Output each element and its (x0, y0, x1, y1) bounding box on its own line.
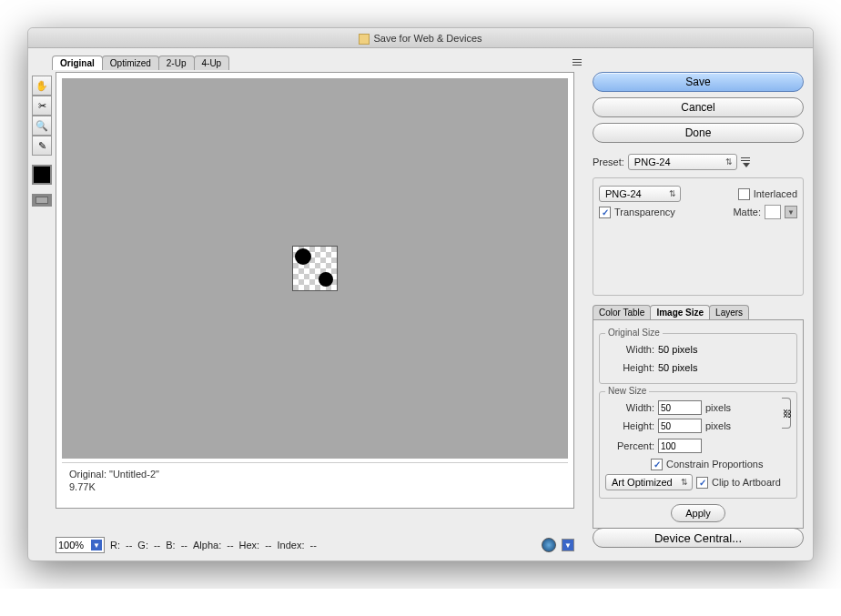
orig-height: 50 pixels (658, 362, 697, 373)
preset-flyout-menu[interactable] (741, 156, 754, 168)
view-flyout-menu[interactable] (572, 56, 585, 68)
quality-select[interactable]: Art Optimized (605, 474, 693, 490)
save-for-web-dialog: Save for Web & Devices Original Optimize… (27, 27, 814, 561)
zoom-value: 100% (58, 540, 84, 550)
new-height-input[interactable] (658, 419, 702, 433)
tab-4up[interactable]: 4-Up (194, 56, 230, 70)
zoom-select[interactable]: 100% ▼ (56, 537, 105, 553)
readout-hex-label: Hex: (239, 540, 260, 550)
readout-b-label: B: (166, 540, 175, 550)
readout-hex: -- (265, 540, 271, 550)
done-button[interactable]: Done (593, 123, 804, 143)
format-options: PNG-24 Interlaced Transparency Matte: ▼ (593, 177, 804, 296)
preview-canvas[interactable] (62, 78, 568, 459)
tab-color-table[interactable]: Color Table (593, 305, 651, 319)
tab-2up[interactable]: 2-Up (158, 56, 195, 70)
link-bracket: ⛓ (782, 398, 791, 429)
tab-image-size[interactable]: Image Size (650, 305, 710, 319)
percent-input[interactable] (658, 439, 702, 453)
chevron-down-icon: ▼ (91, 540, 102, 550)
percent-label: Percent: (605, 440, 654, 451)
orig-width: 50 pixels (658, 344, 697, 355)
readout-b: -- (181, 540, 187, 550)
new-width-input[interactable] (658, 400, 702, 415)
preview-pane: Original: "Untitled-2" 9.77K (56, 72, 574, 509)
constrain-label: Constrain Proportions (666, 459, 763, 470)
view-tabs: Original Optimized 2-Up 4-Up (52, 56, 228, 70)
zoom-tool-icon[interactable]: 🔍 (32, 116, 52, 136)
readout-alpha: -- (227, 540, 233, 550)
readout-r: -- (126, 540, 132, 550)
panel-tabs: Color Table Image Size Layers (593, 305, 804, 319)
interlaced-checkbox[interactable] (738, 188, 750, 200)
readout-r-label: R: (110, 540, 120, 550)
matte-dropdown[interactable]: ▼ (785, 206, 797, 218)
eyedropper-color-swatch[interactable] (32, 165, 52, 185)
new-width-label: Width: (605, 402, 654, 413)
slice-select-tool-icon[interactable]: ✂ (32, 96, 52, 116)
clip-checkbox[interactable] (696, 477, 708, 489)
save-button[interactable]: Save (593, 72, 804, 92)
status-bar: 100% ▼ R: -- G: -- B: -- Alpha: -- Hex: … (56, 537, 574, 553)
cancel-button[interactable]: Cancel (593, 97, 804, 117)
toggle-slices-visibility-icon[interactable] (32, 194, 52, 207)
readout-g-label: G: (137, 540, 148, 550)
orig-width-label: Width: (605, 344, 654, 355)
readout-alpha-label: Alpha: (193, 540, 221, 550)
matte-swatch[interactable] (765, 205, 781, 219)
transparency-label: Transparency (614, 207, 675, 217)
browser-preview-icon[interactable] (542, 538, 556, 552)
px-unit: pixels (705, 402, 731, 413)
new-size-group: New Size Width:pixels Height:pixels ⛓ Pe… (599, 391, 797, 499)
constrain-checkbox[interactable] (651, 459, 663, 470)
original-size-group: Original Size Width:50 pixels Height:50 … (599, 333, 797, 384)
clip-label: Clip to Artboard (712, 477, 781, 488)
settings-column: Save Cancel Done Preset: PNG-24 PNG-24 I… (593, 72, 804, 553)
readout-g: -- (154, 540, 160, 550)
hand-tool-icon[interactable]: ✋ (32, 76, 52, 96)
tab-optimized[interactable]: Optimized (102, 56, 159, 70)
image-size-panel: Original Size Width:50 pixels Height:50 … (593, 319, 804, 529)
app-icon (359, 34, 370, 45)
preset-select[interactable]: PNG-24 (628, 154, 737, 170)
preview-info: Original: "Untitled-2" 9.77K (62, 462, 568, 502)
px-unit: pixels (705, 420, 731, 431)
format-select[interactable]: PNG-24 (599, 186, 681, 202)
new-height-label: Height: (605, 420, 654, 431)
apply-button[interactable]: Apply (671, 504, 725, 522)
titlebar[interactable]: Save for Web & Devices (28, 28, 813, 48)
preset-label: Preset: (593, 157, 624, 167)
eyedropper-tool-icon[interactable]: ✎ (32, 136, 52, 156)
tool-column: ✋ ✂ 🔍 ✎ (32, 76, 52, 207)
browser-select-dropdown[interactable]: ▼ (562, 539, 574, 551)
preview-filename: Original: "Untitled-2" (69, 469, 561, 480)
new-size-legend: New Size (605, 386, 649, 396)
preview-filesize: 9.77K (69, 481, 561, 492)
chain-link-icon[interactable]: ⛓ (783, 407, 792, 419)
tab-layers[interactable]: Layers (709, 305, 749, 319)
orig-height-label: Height: (605, 362, 654, 373)
readout-index: -- (309, 540, 316, 550)
interlaced-label: Interlaced (754, 188, 797, 199)
title-text: Save for Web & Devices (373, 33, 481, 44)
readout-index-label: Index: (278, 540, 305, 550)
preview-image (292, 246, 338, 291)
tab-original[interactable]: Original (52, 56, 103, 70)
original-size-legend: Original Size (605, 328, 663, 338)
matte-label: Matte: (733, 207, 761, 217)
transparency-checkbox[interactable] (599, 207, 611, 218)
device-central-button[interactable]: Device Central... (593, 528, 804, 548)
